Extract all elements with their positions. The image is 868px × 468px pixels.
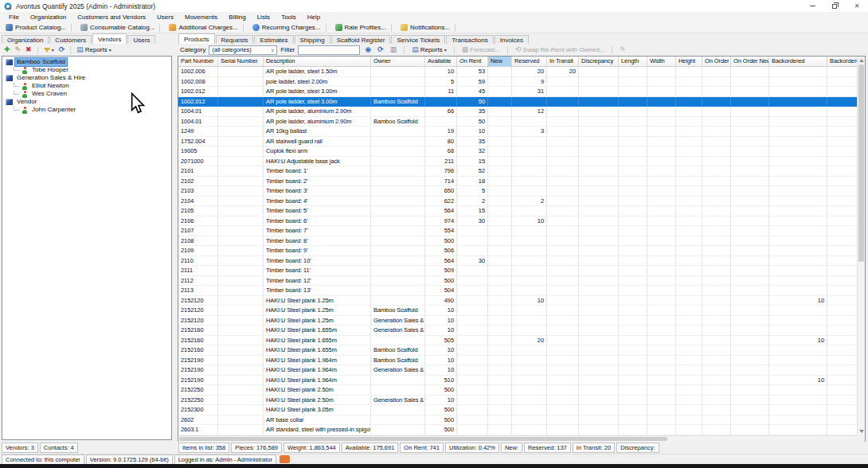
table-row[interactable]: 2152250HAKI:U Steel plank 2.50m500	[178, 385, 857, 396]
export-button[interactable]: ▥	[389, 45, 399, 55]
menu-item-file[interactable]: File	[3, 12, 25, 22]
column-header-discrepancy[interactable]: Discrepancy	[579, 57, 619, 66]
menu-item-users[interactable]: Users	[151, 12, 179, 22]
table-row[interactable]: 1752.004AR stairwell guard rail8035	[178, 137, 857, 147]
table-row[interactable]: 2101Timber board: 1'79652	[178, 166, 857, 177]
avontus-orange-icon[interactable]	[280, 455, 290, 463]
table-row[interactable]: 2152300HAKI:U Steel plank 3.05m500	[178, 405, 857, 415]
reports-button[interactable]: ▤Reports▾	[75, 45, 113, 55]
column-header-backordered[interactable]: Backordered	[769, 57, 827, 66]
table-row[interactable]: 2152190HAKI:U Steel plank 1.964mGenerati…	[178, 365, 857, 376]
table-row[interactable]: 2152120HAKI:U Steel plank 1.25mBamboo Sc…	[178, 306, 857, 316]
tab-scaffold-register[interactable]: Scaffold Register	[331, 35, 391, 44]
column-header-backordered-new[interactable]: Backordered New	[827, 57, 857, 66]
tab-requests[interactable]: Requests	[216, 35, 254, 44]
column-header-new[interactable]: New	[488, 57, 512, 66]
menu-item-organization[interactable]: Organization	[25, 12, 72, 22]
tab-estimates[interactable]: Estimates	[254, 35, 293, 44]
toolbar-button-additional-charges[interactable]: Additional Charges...	[166, 23, 248, 33]
tab-products[interactable]: Products	[178, 33, 215, 44]
forecast-button[interactable]: ▦Forecast...	[460, 45, 502, 55]
column-header-part-number[interactable]: Part Number	[178, 57, 218, 66]
tree-item-tobe-hooper[interactable]: Tobe Hooper	[2, 66, 171, 74]
table-row[interactable]: 2152250HAKI:U Steel plank 2.50mGeneratio…	[178, 396, 857, 406]
column-header-height[interactable]: Height	[676, 57, 702, 66]
column-header-serial-number[interactable]: Serial Number	[218, 57, 264, 66]
close-button[interactable]: ✕	[846, 0, 868, 12]
table-row[interactable]: 19005Cuplok flexi arm6832	[178, 146, 857, 157]
toolbar-button-rate-profiles[interactable]: Rate Profiles...	[332, 23, 397, 33]
table-row[interactable]: 2152120HAKI:U Steel plank 1.25mGeneratio…	[178, 316, 857, 326]
column-header-in-transit[interactable]: In Transit	[547, 57, 579, 66]
table-row[interactable]: 2109Timber board: 9'506	[178, 246, 857, 256]
column-header-reserved[interactable]: Reserved	[512, 57, 547, 66]
table-row[interactable]: 2152190HAKI:U Steel plank 1.964m51010	[178, 376, 857, 386]
tab-vendors[interactable]: Vendors	[92, 33, 127, 44]
table-row[interactable]: 2106Timber board: 6'9743010	[178, 216, 857, 227]
minimize-button[interactable]	[801, 0, 823, 12]
tab-organization[interactable]: Organization	[2, 35, 49, 44]
tree-item-wes-craven[interactable]: Wes Craven	[2, 90, 171, 98]
table-row[interactable]: 2102Timber board: 2'71418	[178, 177, 857, 187]
tab-customers[interactable]: Customers	[49, 35, 92, 44]
swap-rerent-button[interactable]: ⟲Swap Re-Rent with Owned...	[514, 45, 606, 55]
table-row[interactable]: 2071000HAKI:U Adjustable base jack21115	[178, 157, 857, 167]
toolbar-button-recurring-charges[interactable]: Recurring Charges...	[249, 23, 332, 33]
vertical-scrollbar[interactable]	[857, 57, 865, 435]
table-row[interactable]: 2152160HAKI:U Steel plank 1.655mBamboo S…	[178, 345, 857, 356]
vertical-scrollbar-thumb[interactable]	[858, 64, 864, 262]
reports-button[interactable]: ▤Reports▾	[410, 45, 448, 55]
table-row[interactable]: 2152190HAKI:U Steel plank 1.964mBamboo S…	[178, 356, 857, 366]
toolbar-button-product-catalog[interactable]: Product Catalog...	[2, 23, 77, 33]
tree-item-bamboo-scaffold[interactable]: Bamboo Scaffold	[2, 58, 171, 66]
table-row[interactable]: 2152160HAKI:U Steel plank 1.655m5052010	[178, 336, 857, 346]
tab-users[interactable]: Users	[127, 35, 155, 44]
table-row[interactable]: 1002.006AR pole ladder, steel 1.50m10532…	[178, 67, 857, 77]
table-row[interactable]: 1002.008pole ladder, steel 2.00m5599	[178, 77, 857, 88]
filter-input[interactable]	[298, 45, 360, 55]
table-row[interactable]: 1004.01AR pole ladder, aluminium 2.90m66…	[178, 107, 857, 117]
table-row[interactable]: 1004.01AR pole ladder, aluminium 2.90mBa…	[178, 117, 857, 127]
menu-item-tools[interactable]: Tools	[276, 12, 302, 22]
table-row[interactable]: 2103Timber board: 3'6505	[178, 186, 857, 197]
table-row[interactable]: 2112Timber board: 12'500	[178, 276, 857, 287]
refresh-button[interactable]: ⟳	[57, 45, 67, 55]
edit-button[interactable]: ✎	[14, 45, 23, 55]
filter-button[interactable]: ▾	[42, 45, 56, 55]
table-row[interactable]: 2603.1AR standard, steel with pressed-in…	[178, 425, 857, 435]
horizontal-scrollbar-thumb[interactable]	[179, 437, 667, 441]
tab-shipping[interactable]: Shipping	[295, 35, 330, 44]
table-row[interactable]: 1249AR 10kg ballast19103	[178, 127, 857, 137]
category-select[interactable]: (all categories)∨	[209, 45, 277, 55]
table-row[interactable]: 2113Timber board: 13'504	[178, 286, 857, 296]
edit-item-button[interactable]: ✎	[618, 45, 628, 55]
menu-item-billing[interactable]: Billing	[223, 12, 251, 22]
restore-button[interactable]	[823, 0, 846, 12]
menu-item-movements[interactable]: Movements	[179, 12, 223, 22]
table-row[interactable]: 2107Timber board: 7'554	[178, 226, 857, 236]
menu-item-customers-and-vendors[interactable]: Customers and Vendors	[72, 12, 151, 22]
column-header-on-order[interactable]: On Order	[702, 57, 731, 66]
table-row[interactable]: 2105Timber board: 5'56415	[178, 206, 857, 216]
toolbar-button-consumable-catalog[interactable]: Consumable Catalog...	[77, 23, 166, 33]
column-header-available[interactable]: Available	[425, 57, 457, 66]
table-row[interactable]: 2104Timber board: 4'62222	[178, 197, 857, 207]
column-header-on-rent[interactable]: On Rent	[457, 57, 488, 66]
tree-item-john-carpenter[interactable]: John Carpenter	[2, 106, 171, 114]
toolbar-button-notifications[interactable]: Notifications...	[397, 23, 461, 33]
column-header-on-order-new[interactable]: On Order New	[731, 57, 769, 66]
menu-item-help[interactable]: Help	[302, 12, 326, 22]
tree-item-vendor[interactable]: Vendor	[2, 98, 171, 106]
add-button[interactable]: ✚	[2, 45, 12, 55]
table-row[interactable]: 1002.012AR pole ladder, steel 3.00m11453…	[178, 87, 857, 97]
tab-invoices[interactable]: Invoices	[495, 35, 529, 44]
table-row[interactable]: 1002.012AR pole ladder, steel 3.00mBambo…	[178, 97, 857, 107]
column-header-width[interactable]: Width	[647, 57, 676, 66]
table-row[interactable]: 2152120HAKI:U Steel plank 1.25m4901010	[178, 296, 857, 306]
column-header-length[interactable]: Length	[619, 57, 647, 66]
table-row[interactable]: 2110Timber board: 10'56430	[178, 256, 857, 267]
table-row[interactable]: 2152160HAKI:U Steel plank 1.655mGenerati…	[178, 326, 857, 336]
tab-service-tickets[interactable]: Service Tickets	[391, 35, 445, 44]
tab-transactions[interactable]: Transactions	[446, 35, 494, 44]
refresh-button[interactable]: ⟳	[376, 45, 385, 55]
